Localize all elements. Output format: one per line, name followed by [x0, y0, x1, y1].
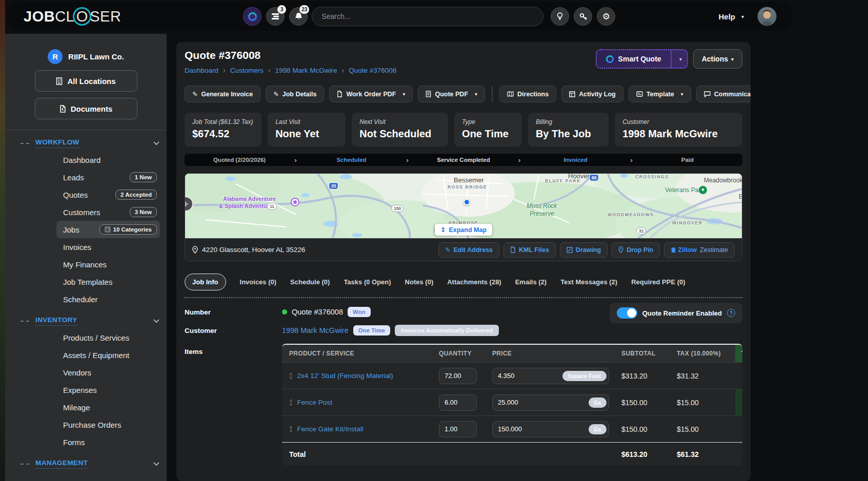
- kml-files-button[interactable]: KML Files: [503, 242, 556, 258]
- sidebar-item-jobs[interactable]: Jobs+10 Categories: [56, 221, 160, 238]
- zillow-zestimate-button[interactable]: Zillow Zestimate: [664, 242, 735, 258]
- reorder-handles[interactable]: ∧∨: [289, 426, 293, 433]
- stat-value: 1998 Mark McGwire: [622, 128, 735, 140]
- quantity-input[interactable]: [439, 394, 477, 411]
- sidebar-item-mileage[interactable]: Mileage: [56, 399, 160, 416]
- stage-invoiced[interactable]: Invoiced: [520, 157, 630, 163]
- app-logo[interactable]: JOBCLOSER: [24, 7, 121, 26]
- expand-map-button[interactable]: ↕ Expand Map: [435, 224, 492, 236]
- all-locations-button[interactable]: All Locations: [35, 70, 137, 92]
- sidebar-item-invoices[interactable]: Invoices: [56, 238, 160, 256]
- breadcrumb-quote[interactable]: Quote #376008: [349, 67, 396, 74]
- ai-ring-icon: [246, 10, 258, 23]
- stage-quoted[interactable]: Quoted (2/20/2026): [185, 157, 294, 163]
- tab-attachments[interactable]: Attachments (28): [447, 278, 501, 286]
- tab-tasks[interactable]: Tasks (0 Open): [344, 278, 391, 286]
- quantity-input[interactable]: [439, 368, 477, 384]
- edit-address-button[interactable]: ✎Edit Address: [438, 242, 499, 258]
- documents-button[interactable]: Documents: [35, 98, 137, 119]
- sidebar-item-expenses[interactable]: Expenses: [56, 381, 160, 399]
- map-label-hoover: Hoover: [568, 174, 590, 180]
- sidebar-item-scheduler[interactable]: Scheduler: [56, 290, 160, 308]
- tips-button[interactable]: [551, 7, 569, 26]
- tab-emails[interactable]: Emails (2): [515, 278, 547, 286]
- tab-notes[interactable]: Notes (0): [405, 278, 434, 286]
- notifications-button[interactable]: 23: [289, 7, 308, 26]
- logo-text-bold: JOB: [24, 8, 55, 25]
- reorder-handles[interactable]: ∧∨: [289, 372, 293, 380]
- reorder-handles[interactable]: ∧∨: [289, 399, 293, 406]
- smart-quote-dropdown[interactable]: [671, 50, 687, 68]
- route-shield-31: 31: [636, 227, 646, 235]
- sidebar-item-purchase-orders[interactable]: Purchase Orders: [56, 416, 160, 433]
- smart-quote-icon: [606, 55, 614, 63]
- quantity-input[interactable]: [439, 421, 477, 437]
- plus-icon: +: [105, 226, 111, 233]
- tab-required-ppe[interactable]: Required PPE (0): [631, 278, 685, 286]
- section-inventory[interactable]: INVENTORY: [5, 316, 159, 326]
- stage-paid[interactable]: Paid: [633, 157, 742, 163]
- product-link[interactable]: 2x4 12' Stud (Fencing Material): [297, 372, 393, 380]
- product-link[interactable]: Fence Gate Kit/Install: [297, 425, 364, 433]
- sidebar-item-leads[interactable]: Leads1 New: [56, 169, 160, 186]
- user-avatar[interactable]: [757, 7, 777, 26]
- items-table: PRODUCT / SERVICE QUANTITY PRICE SUBTOTA…: [282, 344, 742, 466]
- activity-log-button[interactable]: Activity Log: [561, 86, 623, 102]
- sidebar-item-dashboard[interactable]: Dashboard: [56, 151, 160, 169]
- item-label: My Finances: [63, 260, 107, 269]
- sidebar-item-assets-equipment[interactable]: Assets / Equipment: [56, 346, 160, 364]
- actions-button[interactable]: Actions: [693, 49, 742, 69]
- help-menu[interactable]: Help: [718, 12, 744, 21]
- ai-assistant-button[interactable]: [243, 7, 261, 26]
- communication-button[interactable]: Communication: [696, 86, 751, 102]
- breadcrumb-dashboard[interactable]: Dashboard: [185, 67, 218, 74]
- sidebar-item-forms[interactable]: Forms: [56, 433, 160, 451]
- management-title: MANAGEMENT: [35, 459, 88, 469]
- stage-service-completed[interactable]: Service Completed: [409, 157, 518, 163]
- map[interactable]: Bessemer ROSS BRIDGE BLUFF PARK Hoover C…: [185, 174, 742, 238]
- api-keys-button[interactable]: [574, 7, 592, 26]
- quote-reminder-toggle[interactable]: [617, 307, 637, 319]
- menu-list-button[interactable]: 3: [266, 7, 285, 26]
- settings-button[interactable]: ⚙: [597, 7, 615, 26]
- zillow-house-icon: [671, 247, 676, 253]
- generate-invoice-button[interactable]: ✎Generate Invoice: [185, 86, 260, 102]
- tab-schedule[interactable]: Schedule (0): [290, 278, 330, 286]
- sidebar-item-quotes[interactable]: Quotes2 Accepted: [56, 186, 160, 203]
- breadcrumb-customer-name[interactable]: 1998 Mark McGwire: [275, 67, 337, 74]
- document-icon: [426, 91, 431, 97]
- sidebar-item-my-finances[interactable]: My Finances: [56, 256, 160, 273]
- price-input[interactable]: [498, 425, 589, 433]
- map-pin-marker[interactable]: [463, 199, 470, 205]
- help-question-icon[interactable]: ?: [727, 309, 735, 317]
- drawing-button[interactable]: Drawing: [560, 242, 608, 258]
- directions-button[interactable]: Directions: [499, 86, 556, 102]
- expand-map-label: Expand Map: [449, 226, 487, 234]
- product-link[interactable]: Fence Post: [297, 399, 332, 406]
- customer-link[interactable]: 1998 Mark McGwire: [282, 326, 349, 334]
- template-button[interactable]: Template: [629, 86, 691, 102]
- quote-pdf-button[interactable]: Quote PDF: [418, 86, 485, 102]
- sidebar-item-job-templates[interactable]: Job Templates: [56, 273, 160, 290]
- sidebar-item-customers[interactable]: Customers3 New: [56, 203, 160, 221]
- tab-text-messages[interactable]: Text Messages (2): [560, 278, 617, 286]
- section-management[interactable]: MANAGEMENT: [5, 459, 159, 469]
- tab-job-info[interactable]: Job Info: [185, 274, 226, 290]
- company-selector[interactable]: R RIIPL Lawn Co.: [5, 49, 167, 64]
- work-order-pdf-button[interactable]: Work Order PDF: [329, 86, 413, 102]
- unit-badge: Ea: [589, 398, 607, 408]
- tab-invoices[interactable]: Invoices (0): [240, 278, 277, 286]
- footer-subtotal: $613.20: [614, 443, 670, 466]
- stage-scheduled[interactable]: Scheduled: [296, 157, 406, 163]
- pencil-icon: ✎: [445, 246, 450, 254]
- job-details-button[interactable]: ✎Job Details: [266, 86, 324, 102]
- drop-pin-button[interactable]: Drop Pin: [612, 242, 660, 258]
- section-workflow[interactable]: WORKFLOW: [5, 138, 159, 148]
- sidebar-item-vendors[interactable]: Vendors: [56, 364, 160, 381]
- price-input[interactable]: [498, 372, 562, 380]
- smart-quote-button[interactable]: Smart Quote: [596, 49, 688, 69]
- price-input[interactable]: [498, 399, 589, 406]
- search-input[interactable]: [312, 7, 543, 26]
- breadcrumb-customers[interactable]: Customers: [230, 67, 264, 74]
- sidebar-item-products-services[interactable]: Products / Services: [56, 329, 160, 346]
